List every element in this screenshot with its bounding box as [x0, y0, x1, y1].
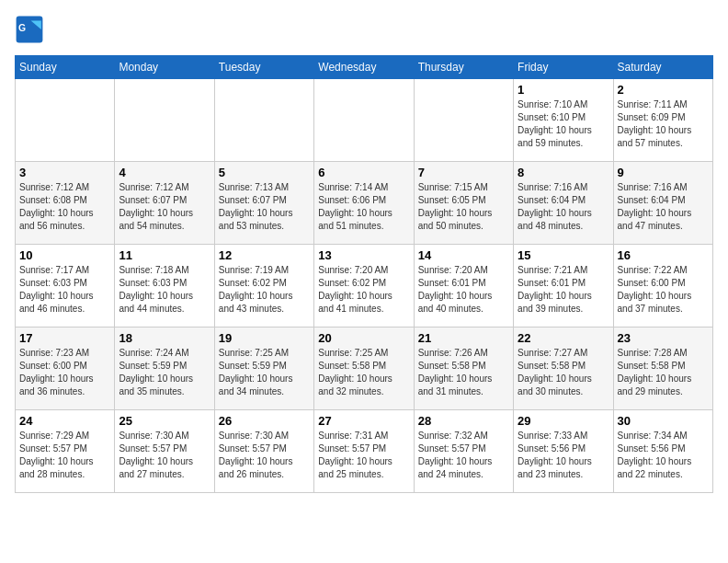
day-number: 3 — [19, 166, 110, 179]
calendar-cell: 10Sunrise: 7:17 AM Sunset: 6:03 PM Dayli… — [16, 245, 115, 327]
calendar-cell: 13Sunrise: 7:20 AM Sunset: 6:02 PM Dayli… — [314, 245, 414, 327]
day-info: Sunrise: 7:19 AM Sunset: 6:02 PM Dayligh… — [219, 264, 310, 316]
day-number: 2 — [618, 83, 709, 97]
calendar-cell — [414, 79, 513, 162]
day-info: Sunrise: 7:30 AM Sunset: 5:57 PM Dayligh… — [119, 430, 210, 481]
calendar-week-row: 17Sunrise: 7:23 AM Sunset: 6:00 PM Dayli… — [16, 327, 713, 410]
day-number: 8 — [518, 166, 609, 179]
logo-icon: G — [15, 15, 44, 44]
day-number: 29 — [518, 414, 609, 428]
calendar-week-row: 24Sunrise: 7:29 AM Sunset: 5:57 PM Dayli… — [16, 410, 713, 493]
day-info: Sunrise: 7:14 AM Sunset: 6:06 PM Dayligh… — [318, 181, 409, 233]
weekday-header: Sunday — [16, 56, 115, 79]
day-number: 17 — [19, 331, 110, 345]
calendar-cell: 20Sunrise: 7:25 AM Sunset: 5:58 PM Dayli… — [314, 327, 414, 410]
day-info: Sunrise: 7:12 AM Sunset: 6:07 PM Dayligh… — [119, 181, 210, 233]
calendar-cell: 28Sunrise: 7:32 AM Sunset: 5:57 PM Dayli… — [414, 410, 513, 493]
day-info: Sunrise: 7:22 AM Sunset: 6:00 PM Dayligh… — [618, 264, 709, 316]
calendar-cell: 8Sunrise: 7:16 AM Sunset: 6:04 PM Daylig… — [514, 162, 613, 245]
day-number: 16 — [618, 248, 709, 262]
day-number: 13 — [318, 248, 409, 262]
day-info: Sunrise: 7:34 AM Sunset: 5:56 PM Dayligh… — [618, 430, 709, 481]
weekday-header: Thursday — [414, 56, 513, 79]
day-info: Sunrise: 7:29 AM Sunset: 5:57 PM Dayligh… — [19, 430, 110, 481]
calendar-cell: 7Sunrise: 7:15 AM Sunset: 6:05 PM Daylig… — [414, 162, 513, 245]
day-info: Sunrise: 7:13 AM Sunset: 6:07 PM Dayligh… — [219, 181, 310, 233]
day-info: Sunrise: 7:17 AM Sunset: 6:03 PM Dayligh… — [19, 264, 110, 316]
day-number: 20 — [318, 331, 409, 345]
calendar-cell: 9Sunrise: 7:16 AM Sunset: 6:04 PM Daylig… — [613, 162, 712, 245]
day-info: Sunrise: 7:27 AM Sunset: 5:58 PM Dayligh… — [518, 347, 609, 398]
day-number: 23 — [618, 331, 709, 345]
day-number: 24 — [19, 414, 110, 428]
calendar-cell: 14Sunrise: 7:20 AM Sunset: 6:01 PM Dayli… — [414, 245, 513, 327]
day-number: 4 — [119, 166, 210, 179]
calendar-cell — [16, 79, 115, 162]
day-info: Sunrise: 7:28 AM Sunset: 5:58 PM Dayligh… — [618, 347, 709, 398]
day-number: 22 — [518, 331, 609, 345]
calendar-table: SundayMondayTuesdayWednesdayThursdayFrid… — [15, 55, 713, 493]
calendar-cell: 2Sunrise: 7:11 AM Sunset: 6:09 PM Daylig… — [613, 79, 712, 162]
calendar-cell: 26Sunrise: 7:30 AM Sunset: 5:57 PM Dayli… — [214, 410, 313, 493]
day-number: 1 — [518, 83, 609, 97]
day-info: Sunrise: 7:10 AM Sunset: 6:10 PM Dayligh… — [518, 98, 609, 150]
calendar-cell: 17Sunrise: 7:23 AM Sunset: 6:00 PM Dayli… — [16, 327, 115, 410]
calendar-week-row: 10Sunrise: 7:17 AM Sunset: 6:03 PM Dayli… — [16, 245, 713, 327]
day-info: Sunrise: 7:16 AM Sunset: 6:04 PM Dayligh… — [518, 181, 609, 233]
day-number: 18 — [119, 331, 210, 345]
day-number: 7 — [418, 166, 509, 179]
day-number: 6 — [318, 166, 409, 179]
day-number: 25 — [119, 414, 210, 428]
calendar-cell: 25Sunrise: 7:30 AM Sunset: 5:57 PM Dayli… — [115, 410, 214, 493]
calendar-cell: 12Sunrise: 7:19 AM Sunset: 6:02 PM Dayli… — [214, 245, 313, 327]
day-info: Sunrise: 7:26 AM Sunset: 5:58 PM Dayligh… — [418, 347, 509, 398]
day-info: Sunrise: 7:20 AM Sunset: 6:02 PM Dayligh… — [318, 264, 409, 316]
day-number: 28 — [418, 414, 509, 428]
calendar-cell: 1Sunrise: 7:10 AM Sunset: 6:10 PM Daylig… — [514, 79, 613, 162]
day-info: Sunrise: 7:15 AM Sunset: 6:05 PM Dayligh… — [418, 181, 509, 233]
calendar-cell: 23Sunrise: 7:28 AM Sunset: 5:58 PM Dayli… — [613, 327, 712, 410]
calendar-cell: 27Sunrise: 7:31 AM Sunset: 5:57 PM Dayli… — [314, 410, 414, 493]
day-number: 27 — [318, 414, 409, 428]
day-number: 11 — [119, 248, 210, 262]
calendar-week-row: 3Sunrise: 7:12 AM Sunset: 6:08 PM Daylig… — [16, 162, 713, 245]
day-info: Sunrise: 7:21 AM Sunset: 6:01 PM Dayligh… — [518, 264, 609, 316]
day-info: Sunrise: 7:12 AM Sunset: 6:08 PM Dayligh… — [19, 181, 110, 233]
calendar-cell: 16Sunrise: 7:22 AM Sunset: 6:00 PM Dayli… — [613, 245, 712, 327]
calendar-cell — [214, 79, 313, 162]
day-number: 14 — [418, 248, 509, 262]
day-number: 15 — [518, 248, 609, 262]
calendar-cell: 5Sunrise: 7:13 AM Sunset: 6:07 PM Daylig… — [214, 162, 313, 245]
calendar-cell: 30Sunrise: 7:34 AM Sunset: 5:56 PM Dayli… — [613, 410, 712, 493]
day-number: 21 — [418, 331, 509, 345]
calendar-cell: 18Sunrise: 7:24 AM Sunset: 5:59 PM Dayli… — [115, 327, 214, 410]
day-info: Sunrise: 7:25 AM Sunset: 5:58 PM Dayligh… — [318, 347, 409, 398]
weekday-header: Monday — [115, 56, 214, 79]
day-info: Sunrise: 7:30 AM Sunset: 5:57 PM Dayligh… — [219, 430, 310, 481]
calendar-cell: 11Sunrise: 7:18 AM Sunset: 6:03 PM Dayli… — [115, 245, 214, 327]
day-number: 5 — [219, 166, 310, 179]
calendar-cell: 15Sunrise: 7:21 AM Sunset: 6:01 PM Dayli… — [514, 245, 613, 327]
day-number: 9 — [618, 166, 709, 179]
day-info: Sunrise: 7:18 AM Sunset: 6:03 PM Dayligh… — [119, 264, 210, 316]
calendar-cell: 24Sunrise: 7:29 AM Sunset: 5:57 PM Dayli… — [16, 410, 115, 493]
day-info: Sunrise: 7:23 AM Sunset: 6:00 PM Dayligh… — [19, 347, 110, 398]
day-number: 30 — [618, 414, 709, 428]
day-info: Sunrise: 7:24 AM Sunset: 5:59 PM Dayligh… — [119, 347, 210, 398]
weekday-header: Tuesday — [214, 56, 313, 79]
calendar-cell: 22Sunrise: 7:27 AM Sunset: 5:58 PM Dayli… — [514, 327, 613, 410]
day-info: Sunrise: 7:16 AM Sunset: 6:04 PM Dayligh… — [618, 181, 709, 233]
calendar-cell: 21Sunrise: 7:26 AM Sunset: 5:58 PM Dayli… — [414, 327, 513, 410]
calendar-week-row: 1Sunrise: 7:10 AM Sunset: 6:10 PM Daylig… — [16, 79, 713, 162]
day-info: Sunrise: 7:11 AM Sunset: 6:09 PM Dayligh… — [618, 98, 709, 150]
calendar-cell — [314, 79, 414, 162]
svg-text:G: G — [18, 23, 26, 33]
day-info: Sunrise: 7:31 AM Sunset: 5:57 PM Dayligh… — [318, 430, 409, 481]
calendar-cell: 6Sunrise: 7:14 AM Sunset: 6:06 PM Daylig… — [314, 162, 414, 245]
day-info: Sunrise: 7:33 AM Sunset: 5:56 PM Dayligh… — [518, 430, 609, 481]
weekday-header: Saturday — [613, 56, 712, 79]
calendar-cell: 29Sunrise: 7:33 AM Sunset: 5:56 PM Dayli… — [514, 410, 613, 493]
calendar-cell: 19Sunrise: 7:25 AM Sunset: 5:59 PM Dayli… — [214, 327, 313, 410]
day-info: Sunrise: 7:25 AM Sunset: 5:59 PM Dayligh… — [219, 347, 310, 398]
day-number: 12 — [219, 248, 310, 262]
